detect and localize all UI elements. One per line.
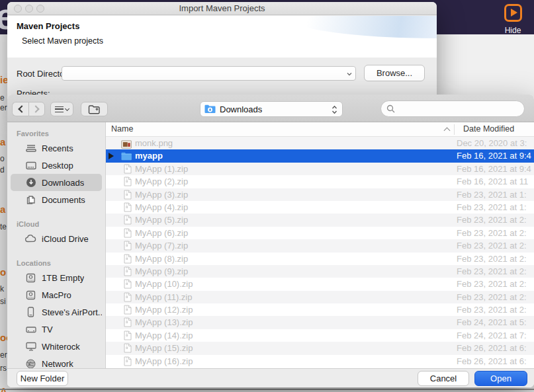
list-view-icon <box>55 106 64 112</box>
background-fragment: a <box>0 204 5 215</box>
open-button[interactable]: Open <box>474 371 527 386</box>
file-row-zip[interactable]: MyApp (2).zip Feb 16, 2021 at 11 <box>106 175 534 188</box>
wizard-subheading: Select Maven projects <box>22 36 103 46</box>
zip-file-icon <box>122 331 133 340</box>
cloud-icon <box>25 233 36 245</box>
file-row-myapp-selected[interactable]: myapp Feb 16, 2021 at 9:4 <box>106 149 534 162</box>
chevron-left-icon <box>18 105 25 112</box>
hide-label: Hide <box>498 26 527 35</box>
location-label: Downloads <box>220 104 262 114</box>
view-mode-button[interactable] <box>50 102 73 116</box>
file-dialog-toolbar: Downloads <box>7 95 534 122</box>
sidebar-item-network[interactable]: Network <box>11 355 102 368</box>
file-row-zip[interactable]: MyApp (1).zip Feb 16, 2021 at 9:4 <box>106 163 534 175</box>
sidebar-item-icloud-drive[interactable]: iCloud Drive <box>11 230 102 247</box>
search-field[interactable] <box>380 100 525 117</box>
background-fragment: o <box>0 154 5 163</box>
globe-icon <box>25 358 36 369</box>
browse-button[interactable]: Browse... <box>364 65 425 81</box>
file-row-zip[interactable]: MyApp (11).zip Feb 23, 2021 at 2: <box>106 291 534 303</box>
sidebar-item-desktop[interactable]: Desktop <box>11 157 102 174</box>
sidebar-item-1tb-empty[interactable]: 1TB Empty <box>11 269 102 286</box>
recents-icon <box>25 143 36 154</box>
file-date: Feb 24, 2021 at 5: <box>457 317 527 327</box>
play-square-icon[interactable] <box>504 4 522 22</box>
background-fragment: k <box>0 284 4 294</box>
zip-file-icon <box>122 279 133 289</box>
file-row-zip[interactable]: MyApp (9).zip Feb 23, 2021 at 2: <box>106 265 534 278</box>
file-row-zip[interactable]: MyApp (5).zip Feb 23, 2021 at 2: <box>106 214 534 226</box>
file-row-zip[interactable]: MyApp (3).zip Feb 23, 2021 at 1: <box>106 188 534 201</box>
zip-file-icon <box>122 228 133 238</box>
file-name: MyApp (5).zip <box>135 215 188 225</box>
wizard-heading: Maven Projects <box>17 21 79 31</box>
file-row-zip[interactable]: MyApp (15).zip Feb 26, 2021 at 6: <box>106 342 534 354</box>
file-row-zip[interactable]: MyApp (10).zip Feb 23, 2021 at 2: <box>106 278 534 290</box>
sidebar-item-tv[interactable]: TV <box>11 321 102 338</box>
file-name: MyApp (3).zip <box>135 190 188 200</box>
background-fragment: a <box>0 136 5 147</box>
hide-control[interactable]: Hide <box>498 4 527 35</box>
file-row-zip[interactable]: MyApp (6).zip Feb 23, 2021 at 2: <box>106 227 534 239</box>
location-popup[interactable]: Downloads <box>200 101 343 117</box>
new-folder-button[interactable]: New Folder <box>17 371 68 386</box>
file-date: Feb 23, 2021 at 2: <box>457 241 527 251</box>
internal-drive-icon <box>25 290 36 301</box>
sidebar-section-favorites: Favorites <box>7 126 105 139</box>
file-date: Feb 23, 2021 at 2: <box>457 228 527 238</box>
file-row-zip[interactable]: MyApp (4).zip Feb 23, 2021 at 1: <box>106 201 534 214</box>
sidebar-item-label: Documents <box>42 195 85 205</box>
sidebar-item-downloads[interactable]: Downloads <box>11 174 102 191</box>
sidebar-item-steves-airport[interactable]: Steve's AirPort... <box>11 303 102 321</box>
file-date: Feb 23, 2021 at 2: <box>457 266 527 276</box>
banner-graphic <box>285 16 437 38</box>
sidebar-item-label: MacPro <box>42 290 71 300</box>
navigation-buttons <box>12 102 45 116</box>
chevron-down-icon[interactable] <box>347 71 352 77</box>
file-name: MyApp (15).zip <box>135 343 193 353</box>
sidebar-item-label: Whiterock <box>42 342 80 352</box>
dialog-bottom-bar: New Folder Cancel Open <box>7 368 534 387</box>
sidebar-item-whiterock[interactable]: Whiterock <box>11 338 102 355</box>
file-row-zip[interactable]: MyApp (16).zip Feb 26, 2021 at 6: <box>106 355 534 368</box>
sidebar-item-label: iCloud Drive <box>42 234 89 244</box>
file-date: Dec 20, 2020 at 3: <box>457 138 527 148</box>
dialog-titlebar[interactable]: Import Maven Projects <box>7 2 437 15</box>
file-row-zip[interactable]: MyApp (14).zip Feb 24, 2021 at 7: <box>106 329 534 342</box>
file-row-zip[interactable]: MyApp (13).zip Feb 24, 2021 at 5: <box>106 316 534 329</box>
file-date: Feb 26, 2021 at 6: <box>457 356 527 366</box>
background-fragment: te <box>0 222 7 231</box>
sidebar: Favorites Recents Desktop Downloads Docu… <box>7 122 106 368</box>
column-header-date-modified[interactable]: Date Modified <box>463 124 514 134</box>
background-fragment: er <box>0 350 7 360</box>
file-row-monk-png[interactable]: monk.png Dec 20, 2020 at 3: <box>106 137 534 149</box>
column-divider[interactable] <box>454 124 455 135</box>
sidebar-item-recents[interactable]: Recents <box>11 139 102 157</box>
new-folder-toolbar-button[interactable] <box>81 102 108 116</box>
file-date: Feb 23, 2021 at 2: <box>457 305 527 315</box>
zip-file-icon <box>122 190 133 200</box>
sidebar-item-documents[interactable]: Documents <box>11 191 102 208</box>
sidebar-section-locations: Locations <box>7 256 105 269</box>
root-directory-input[interactable] <box>65 67 336 79</box>
file-row-zip[interactable]: MyApp (7).zip Feb 23, 2021 at 2: <box>106 239 534 252</box>
root-directory-combobox[interactable] <box>62 66 356 81</box>
search-input[interactable] <box>398 104 511 114</box>
window-bottom-edge <box>0 389 534 390</box>
back-button[interactable] <box>12 102 28 116</box>
forward-button[interactable] <box>28 102 45 116</box>
file-name: MyApp (10).zip <box>135 279 193 289</box>
file-date: Feb 23, 2021 at 2: <box>457 215 527 225</box>
cancel-button[interactable]: Cancel <box>418 371 469 386</box>
sidebar-item-macpro[interactable]: MacPro <box>11 286 102 303</box>
internal-drive-icon <box>25 272 36 284</box>
column-header-name[interactable]: Name <box>111 124 133 134</box>
zip-file-icon <box>122 305 133 315</box>
zip-file-icon <box>122 241 133 251</box>
file-date: Feb 23, 2021 at 1: <box>457 190 527 200</box>
open-file-dialog: Downloads Favorites Recents <box>7 95 534 387</box>
file-row-zip[interactable]: MyApp (12).zip Feb 23, 2021 at 2: <box>106 303 534 316</box>
disclosure-triangle-icon[interactable] <box>109 153 114 159</box>
file-date: Feb 23, 2021 at 2: <box>457 279 527 289</box>
file-row-zip[interactable]: MyApp (8).zip Feb 23, 2021 at 2: <box>106 253 534 265</box>
